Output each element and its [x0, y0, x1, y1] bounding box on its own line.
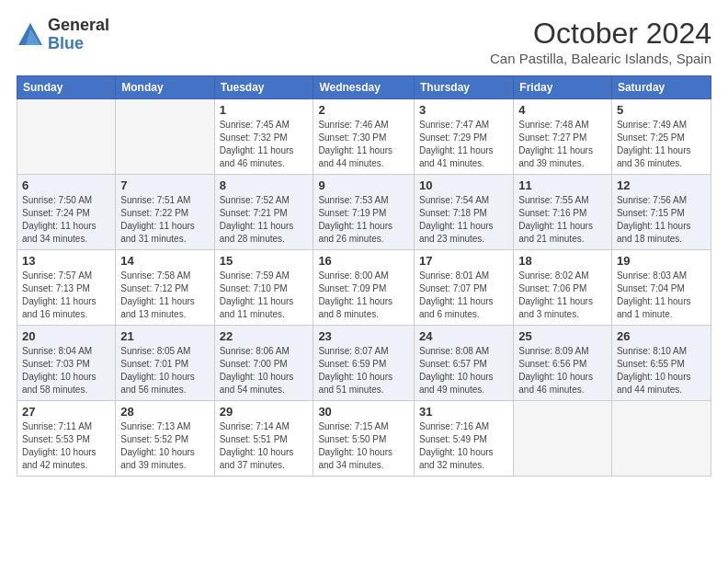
header: General Blue October 2024 Can Pastilla, …	[17, 17, 711, 66]
day-number: 12	[617, 178, 706, 192]
day-info: Sunrise: 8:10 AM Sunset: 6:55 PM Dayligh…	[617, 345, 706, 396]
day-info: Sunrise: 7:47 AM Sunset: 7:29 PM Dayligh…	[419, 119, 508, 170]
day-number: 25	[518, 329, 607, 343]
calendar-cell	[611, 401, 711, 477]
calendar-cell: 26Sunrise: 8:10 AM Sunset: 6:55 PM Dayli…	[611, 326, 711, 401]
day-info: Sunrise: 8:09 AM Sunset: 6:56 PM Dayligh…	[518, 345, 607, 396]
day-number: 7	[120, 178, 209, 192]
day-number: 21	[120, 329, 209, 343]
calendar-cell: 13Sunrise: 7:57 AM Sunset: 7:13 PM Dayli…	[17, 250, 116, 326]
calendar-cell: 7Sunrise: 7:51 AM Sunset: 7:22 PM Daylig…	[116, 175, 214, 250]
calendar-body: 1Sunrise: 7:45 AM Sunset: 7:32 PM Daylig…	[17, 99, 711, 477]
calendar-cell	[514, 401, 612, 477]
day-info: Sunrise: 7:48 AM Sunset: 7:27 PM Dayligh…	[518, 119, 607, 170]
day-number: 10	[419, 178, 508, 192]
col-sunday: Sunday	[17, 76, 116, 99]
day-info: Sunrise: 8:04 AM Sunset: 7:03 PM Dayligh…	[22, 345, 110, 396]
logo-icon	[17, 21, 44, 49]
day-info: Sunrise: 7:54 AM Sunset: 7:18 PM Dayligh…	[419, 194, 508, 246]
calendar-cell: 5Sunrise: 7:49 AM Sunset: 7:25 PM Daylig…	[611, 99, 711, 175]
day-number: 13	[22, 254, 110, 268]
col-wednesday: Wednesday	[313, 76, 415, 99]
calendar-cell: 30Sunrise: 7:15 AM Sunset: 5:50 PM Dayli…	[313, 401, 415, 477]
day-info: Sunrise: 7:59 AM Sunset: 7:10 PM Dayligh…	[220, 270, 309, 321]
day-number: 27	[22, 405, 110, 419]
calendar-cell	[116, 99, 214, 175]
day-number: 24	[419, 329, 508, 343]
day-info: Sunrise: 7:52 AM Sunset: 7:21 PM Dayligh…	[220, 194, 309, 246]
col-monday: Monday	[116, 76, 214, 99]
calendar-cell: 23Sunrise: 8:07 AM Sunset: 6:59 PM Dayli…	[313, 326, 415, 401]
calendar-cell: 25Sunrise: 8:09 AM Sunset: 6:56 PM Dayli…	[514, 326, 612, 401]
day-info: Sunrise: 7:53 AM Sunset: 7:19 PM Dayligh…	[318, 194, 409, 246]
day-number: 26	[617, 329, 706, 343]
day-number: 2	[318, 103, 409, 117]
day-number: 8	[220, 178, 309, 192]
page: General Blue October 2024 Can Pastilla, …	[0, 0, 728, 563]
day-info: Sunrise: 8:02 AM Sunset: 7:06 PM Dayligh…	[518, 270, 607, 321]
day-number: 30	[318, 405, 409, 419]
day-number: 1	[220, 103, 309, 117]
calendar-cell: 24Sunrise: 8:08 AM Sunset: 6:57 PM Dayli…	[414, 326, 513, 401]
calendar-cell: 2Sunrise: 7:46 AM Sunset: 7:30 PM Daylig…	[313, 99, 415, 175]
day-info: Sunrise: 7:16 AM Sunset: 5:49 PM Dayligh…	[419, 420, 508, 472]
day-number: 31	[419, 405, 508, 419]
calendar-cell: 31Sunrise: 7:16 AM Sunset: 5:49 PM Dayli…	[414, 401, 513, 477]
calendar-cell	[17, 99, 116, 175]
calendar-cell: 20Sunrise: 8:04 AM Sunset: 7:03 PM Dayli…	[17, 326, 116, 401]
day-info: Sunrise: 7:15 AM Sunset: 5:50 PM Dayligh…	[318, 420, 409, 472]
day-number: 17	[419, 254, 508, 268]
day-info: Sunrise: 7:58 AM Sunset: 7:12 PM Dayligh…	[120, 270, 209, 321]
day-number: 18	[518, 254, 607, 268]
calendar-cell: 4Sunrise: 7:48 AM Sunset: 7:27 PM Daylig…	[514, 99, 612, 175]
calendar-week-row: 1Sunrise: 7:45 AM Sunset: 7:32 PM Daylig…	[17, 99, 711, 175]
calendar-week-row: 13Sunrise: 7:57 AM Sunset: 7:13 PM Dayli…	[17, 250, 711, 326]
month-title: October 2024	[490, 17, 711, 51]
day-info: Sunrise: 7:13 AM Sunset: 5:52 PM Dayligh…	[120, 420, 209, 472]
logo-general-label: General	[48, 17, 109, 35]
col-friday: Friday	[514, 76, 612, 99]
col-thursday: Thursday	[414, 76, 513, 99]
calendar-cell: 14Sunrise: 7:58 AM Sunset: 7:12 PM Dayli…	[116, 250, 214, 326]
day-info: Sunrise: 7:51 AM Sunset: 7:22 PM Dayligh…	[120, 194, 209, 246]
day-info: Sunrise: 7:55 AM Sunset: 7:16 PM Dayligh…	[518, 194, 607, 246]
day-info: Sunrise: 7:57 AM Sunset: 7:13 PM Dayligh…	[22, 270, 110, 321]
calendar-cell: 29Sunrise: 7:14 AM Sunset: 5:51 PM Dayli…	[214, 401, 313, 477]
logo: General Blue	[17, 17, 109, 53]
col-saturday: Saturday	[611, 76, 711, 99]
location-subtitle: Can Pastilla, Balearic Islands, Spain	[490, 51, 711, 66]
calendar-cell: 16Sunrise: 8:00 AM Sunset: 7:09 PM Dayli…	[313, 250, 415, 326]
calendar-cell: 18Sunrise: 8:02 AM Sunset: 7:06 PM Dayli…	[514, 250, 612, 326]
calendar-cell: 8Sunrise: 7:52 AM Sunset: 7:21 PM Daylig…	[214, 175, 313, 250]
calendar-cell: 11Sunrise: 7:55 AM Sunset: 7:16 PM Dayli…	[514, 175, 612, 250]
day-info: Sunrise: 7:11 AM Sunset: 5:53 PM Dayligh…	[22, 420, 110, 472]
calendar-cell: 27Sunrise: 7:11 AM Sunset: 5:53 PM Dayli…	[17, 401, 116, 477]
calendar-cell: 22Sunrise: 8:06 AM Sunset: 7:00 PM Dayli…	[214, 326, 313, 401]
day-number: 11	[518, 178, 607, 192]
day-number: 22	[220, 329, 309, 343]
calendar-cell: 15Sunrise: 7:59 AM Sunset: 7:10 PM Dayli…	[214, 250, 313, 326]
calendar-cell: 3Sunrise: 7:47 AM Sunset: 7:29 PM Daylig…	[414, 99, 513, 175]
day-number: 3	[419, 103, 508, 117]
calendar-week-row: 20Sunrise: 8:04 AM Sunset: 7:03 PM Dayli…	[17, 326, 711, 401]
day-number: 28	[120, 405, 209, 419]
calendar-cell: 17Sunrise: 8:01 AM Sunset: 7:07 PM Dayli…	[414, 250, 513, 326]
day-info: Sunrise: 8:06 AM Sunset: 7:00 PM Dayligh…	[220, 345, 309, 396]
day-number: 15	[220, 254, 309, 268]
calendar-cell: 19Sunrise: 8:03 AM Sunset: 7:04 PM Dayli…	[611, 250, 711, 326]
day-info: Sunrise: 8:01 AM Sunset: 7:07 PM Dayligh…	[419, 270, 508, 321]
day-info: Sunrise: 7:50 AM Sunset: 7:24 PM Dayligh…	[22, 194, 110, 246]
day-info: Sunrise: 7:14 AM Sunset: 5:51 PM Dayligh…	[220, 420, 309, 472]
calendar-cell: 6Sunrise: 7:50 AM Sunset: 7:24 PM Daylig…	[17, 175, 116, 250]
title-block: October 2024 Can Pastilla, Balearic Isla…	[490, 17, 711, 66]
col-tuesday: Tuesday	[214, 76, 313, 99]
calendar-header-row: Sunday Monday Tuesday Wednesday Thursday…	[17, 76, 711, 99]
calendar-cell: 21Sunrise: 8:05 AM Sunset: 7:01 PM Dayli…	[116, 326, 214, 401]
day-number: 20	[22, 329, 110, 343]
day-info: Sunrise: 8:07 AM Sunset: 6:59 PM Dayligh…	[318, 345, 409, 396]
day-info: Sunrise: 8:08 AM Sunset: 6:57 PM Dayligh…	[419, 345, 508, 396]
calendar-cell: 1Sunrise: 7:45 AM Sunset: 7:32 PM Daylig…	[214, 99, 313, 175]
day-number: 14	[120, 254, 209, 268]
day-info: Sunrise: 7:46 AM Sunset: 7:30 PM Dayligh…	[318, 119, 409, 170]
day-info: Sunrise: 7:56 AM Sunset: 7:15 PM Dayligh…	[617, 194, 706, 246]
